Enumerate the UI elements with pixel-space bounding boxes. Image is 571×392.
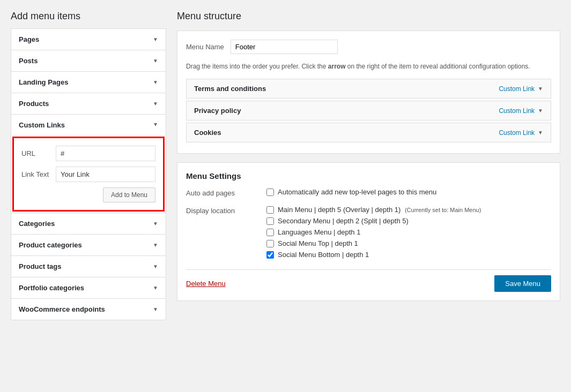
accordion-product-tags-header[interactable]: Product tags ▼ [11, 256, 166, 277]
display-location-label: Display location [186, 206, 256, 215]
menu-settings-box: Menu Settings Auto add pages Automatical… [177, 162, 560, 301]
location-main-menu-label[interactable]: Main Menu | depth 5 (Overlay | depth 1) … [266, 206, 551, 214]
menu-item-privacy-name: Privacy policy [194, 107, 241, 115]
accordion-product-tags: Product tags ▼ [11, 255, 166, 277]
dropdown-arrow-icon[interactable]: ▼ [538, 130, 543, 135]
accordion-portfolio-categories-label: Portfolio categories [19, 284, 84, 292]
chevron-down-icon: ▼ [153, 36, 158, 42]
accordion-landing-pages: Landing Pages ▼ [11, 71, 166, 93]
location-languages-menu-checkbox[interactable] [266, 229, 274, 236]
drag-hint-arrow: arrow [328, 63, 346, 70]
link-text-label: Link Text [21, 170, 56, 178]
add-menu-items-title: Add menu items [11, 11, 166, 22]
accordion-custom-links-label: Custom Links [19, 121, 65, 129]
location-main-menu-checkbox[interactable] [266, 206, 274, 214]
accordion-products-label: Products [19, 100, 49, 108]
chevron-down-icon: ▼ [153, 79, 158, 85]
auto-add-label: Auto add pages [186, 188, 256, 197]
menu-item-privacy-type: Custom Link ▼ [499, 107, 543, 115]
accordion-product-categories-header[interactable]: Product categories ▼ [11, 235, 166, 255]
accordion-portfolio-categories: Portfolio categories ▼ [11, 277, 166, 299]
menu-name-row: Menu Name [186, 40, 551, 54]
menu-structure-box: Menu Name Drag the items into the order … [177, 31, 560, 154]
location-social-top-text: Social Menu Top | depth 1 [278, 239, 358, 247]
accordion-posts-header[interactable]: Posts ▼ [11, 50, 166, 71]
chevron-down-icon: ▼ [153, 306, 158, 312]
menu-name-label: Menu Name [186, 43, 224, 51]
accordion-custom-links-header[interactable]: Custom Links ▲ [11, 115, 166, 135]
location-social-bottom-checkbox[interactable] [266, 251, 274, 259]
location-social-bottom-text: Social Menu Bottom | depth 1 [278, 251, 369, 259]
link-text-input[interactable] [56, 167, 155, 182]
menu-settings-title: Menu Settings [186, 171, 551, 180]
menu-item-privacy[interactable]: Privacy policy Custom Link ▼ [186, 101, 551, 120]
accordion-woocommerce-endpoints-header[interactable]: WooCommerce endpoints ▼ [11, 299, 166, 320]
drag-hint: Drag the items into the order you prefer… [186, 62, 551, 71]
accordion-pages: Pages ▼ [11, 28, 166, 50]
auto-add-content: Automatically add new top-level pages to… [266, 188, 551, 199]
location-languages-menu-label[interactable]: Languages Menu | depth 1 [266, 228, 551, 236]
menu-item-terms[interactable]: Terms and conditions Custom Link ▼ [186, 79, 551, 99]
accordion-portfolio-categories-header[interactable]: Portfolio categories ▼ [11, 277, 166, 298]
location-secondary-menu-text: Secondary Menu | depth 2 (Split | depth … [278, 217, 409, 225]
left-panel: Add menu items Pages ▼ Posts ▼ Landing P… [11, 11, 166, 320]
location-social-top-checkbox[interactable] [266, 240, 274, 247]
delete-menu-button[interactable]: Delete Menu [186, 280, 226, 288]
menu-item-terms-type: Custom Link ▼ [499, 85, 543, 93]
accordion-product-categories-label: Product categories [19, 241, 82, 249]
auto-add-checkbox[interactable] [266, 189, 274, 196]
accordion-woocommerce-endpoints: WooCommerce endpoints ▼ [11, 298, 166, 320]
accordion-pages-label: Pages [19, 35, 39, 43]
accordion-product-categories: Product categories ▼ [11, 234, 166, 256]
accordion-products-header[interactable]: Products ▼ [11, 93, 166, 114]
add-to-menu-button[interactable]: Add to Menu [103, 187, 155, 202]
menu-item-cookies-name: Cookies [194, 129, 221, 137]
accordion-product-tags-label: Product tags [19, 262, 61, 270]
menu-item-cookies-type: Custom Link ▼ [499, 129, 543, 137]
save-menu-button[interactable]: Save Menu [494, 275, 551, 292]
accordion-posts: Posts ▼ [11, 50, 166, 72]
chevron-down-icon: ▼ [153, 263, 158, 269]
url-input[interactable] [56, 146, 155, 161]
link-text-field-row: Link Text [21, 167, 155, 182]
display-location-content: Main Menu | depth 5 (Overlay | depth 1) … [266, 206, 551, 262]
location-languages-menu-text: Languages Menu | depth 1 [278, 228, 360, 236]
menu-structure-title: Menu structure [177, 11, 560, 22]
chevron-down-icon: ▼ [153, 242, 158, 248]
accordion-products: Products ▼ [11, 93, 166, 115]
accordion-woocommerce-endpoints-label: WooCommerce endpoints [19, 305, 105, 313]
accordion-landing-pages-header[interactable]: Landing Pages ▼ [11, 72, 166, 93]
url-field-row: URL [21, 146, 155, 161]
menu-item-cookies[interactable]: Cookies Custom Link ▼ [186, 123, 551, 142]
location-main-menu-text: Main Menu | depth 5 (Overlay | depth 1) … [278, 206, 481, 214]
accordion-categories-label: Categories [19, 220, 55, 228]
menu-name-input[interactable] [231, 40, 338, 54]
chevron-down-icon: ▼ [153, 285, 158, 291]
auto-add-check-label: Automatically add new top-level pages to… [278, 188, 436, 196]
chevron-down-icon: ▼ [153, 101, 158, 107]
auto-add-row: Auto add pages Automatically add new top… [186, 188, 551, 199]
bottom-actions: Delete Menu Save Menu [186, 269, 551, 292]
location-social-top-label[interactable]: Social Menu Top | depth 1 [266, 239, 551, 247]
accordion-posts-label: Posts [19, 57, 38, 65]
accordion-landing-pages-label: Landing Pages [19, 78, 68, 86]
location-social-bottom-label[interactable]: Social Menu Bottom | depth 1 [266, 251, 551, 259]
menu-item-terms-name: Terms and conditions [194, 85, 266, 93]
url-label: URL [21, 149, 56, 157]
accordion-categories-header[interactable]: Categories ▼ [11, 213, 166, 234]
accordion-pages-header[interactable]: Pages ▼ [11, 29, 166, 50]
custom-links-panel: URL Link Text Add to Menu [12, 137, 165, 212]
chevron-down-icon: ▼ [153, 58, 158, 64]
right-panel: Menu structure Menu Name Drag the items … [177, 11, 560, 320]
chevron-up-icon: ▲ [153, 122, 158, 128]
dropdown-arrow-icon[interactable]: ▼ [538, 86, 543, 92]
display-location-row: Display location Main Menu | depth 5 (Ov… [186, 206, 551, 262]
accordion-categories: Categories ▼ [11, 213, 166, 235]
dropdown-arrow-icon[interactable]: ▼ [538, 108, 543, 114]
chevron-down-icon: ▼ [153, 221, 158, 227]
location-secondary-menu-label[interactable]: Secondary Menu | depth 2 (Split | depth … [266, 217, 551, 225]
location-secondary-menu-checkbox[interactable] [266, 217, 274, 225]
auto-add-checkbox-label[interactable]: Automatically add new top-level pages to… [266, 188, 551, 196]
accordion-custom-links: Custom Links ▲ URL Link Text Add to Menu [11, 114, 166, 213]
